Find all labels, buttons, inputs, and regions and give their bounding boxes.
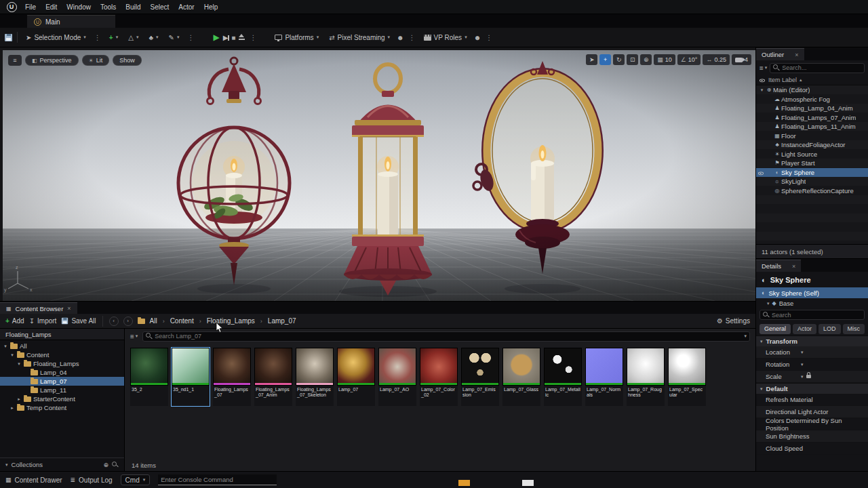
component-row-base[interactable]: ▾ ◆ Base (756, 298, 868, 308)
perspective-dropdown[interactable]: ◧ Perspective (25, 55, 79, 66)
details-category-tab[interactable]: Actor (793, 324, 816, 334)
asset-search-box[interactable]: ▾ (142, 331, 750, 342)
folder-tree-row[interactable]: ▸ StarterContent (0, 394, 124, 403)
folder-tree-row[interactable]: ▸ Temp Content (0, 403, 124, 412)
outliner-row[interactable]: ☁ Atmospheric Fog (756, 95, 868, 104)
menu-item[interactable]: Build (121, 2, 145, 12)
output-log-button[interactable]: ≣ Output Log (71, 476, 113, 484)
rotate-tool-button[interactable]: ↻ (613, 54, 625, 65)
pixel-streaming-dropdown[interactable]: ⇄ Pixel Streaming ▾ (326, 30, 393, 44)
expand-arrow-icon[interactable]: ▾ (16, 361, 22, 367)
vp-roles-dropdown[interactable]: VP Roles ▾ (420, 30, 471, 44)
camera-speed-control[interactable]: 4 (732, 54, 751, 65)
rotation-snap-control[interactable]: ∠ 10° (677, 54, 701, 65)
asset-tile[interactable]: Floating_Lamps_07_Anim (254, 348, 292, 406)
overflow-menu-icon[interactable]: ⋮ (186, 34, 195, 41)
scale-snap-control[interactable]: ↔ 0.25 (703, 54, 730, 65)
menu-item[interactable]: Tools (96, 2, 121, 12)
asset-search-input[interactable] (155, 333, 742, 340)
add-collection-icon[interactable]: ⊕ (103, 462, 108, 468)
menu-item[interactable]: Window (62, 2, 96, 12)
content-browser-tab[interactable]: ▦ Content Browser × (0, 302, 77, 314)
outliner-search-input[interactable] (782, 64, 861, 71)
search-icon[interactable] (112, 462, 119, 468)
scale-row[interactable]: Scale ▾ (756, 371, 868, 383)
folder-tree-row[interactable]: ▾ Floating_Lamps (0, 359, 124, 368)
property-row[interactable]: Colors Determined By Sun Position (756, 418, 868, 430)
menu-item[interactable]: Actor (174, 2, 199, 12)
lock-icon[interactable] (806, 375, 811, 378)
asset-tile[interactable]: 35_nd1_1 (172, 348, 210, 406)
folder-tree-row[interactable]: Lamp_04 (0, 368, 124, 377)
asset-tile[interactable]: Lamp_07_Emission (461, 348, 499, 406)
editor-modes-dropdown[interactable]: △ ▾ (125, 30, 142, 44)
expand-arrow-icon[interactable]: ▾ (9, 352, 15, 358)
expand-arrow-icon[interactable]: ▾ (3, 344, 8, 349)
user-avatar-icon[interactable]: ☻ (474, 34, 481, 41)
outliner-row[interactable]: ♣ InstancedFoliageActor (756, 140, 868, 150)
import-button[interactable]: ↧ Import (29, 317, 57, 325)
menu-item[interactable]: Select (146, 2, 174, 12)
view-mode-dropdown[interactable]: ☀ Lit (82, 55, 110, 66)
frame-skip-button[interactable]: ▶ (223, 34, 229, 41)
breadcrumb-item[interactable]: Content (170, 317, 194, 325)
eject-button[interactable] (239, 34, 245, 41)
menu-item[interactable]: File (20, 2, 41, 12)
back-button[interactable]: ‹ (109, 317, 119, 326)
save-all-button[interactable]: Save All (61, 317, 96, 325)
play-button[interactable]: ▶ (213, 33, 219, 42)
viewport-options-icon[interactable]: ≡ (8, 55, 22, 66)
settings-button[interactable]: ⚙ Settings (717, 317, 750, 325)
console-command-input[interactable] (158, 474, 277, 485)
asset-tile[interactable]: Lamp_07_Specular (668, 348, 706, 406)
select-tool-button[interactable]: ➤ (586, 54, 597, 65)
details-category-tab[interactable]: LOD (818, 324, 841, 334)
outliner-row[interactable]: ◎ SphereReflectionCapture (756, 186, 868, 196)
close-icon[interactable]: × (67, 305, 71, 312)
folder-tree-row[interactable]: ▾ All (0, 342, 124, 350)
outliner-row[interactable]: ♟ Floating_Lamps_11_Anim (756, 122, 868, 131)
outliner-column-header[interactable]: Item Label ▴ (756, 75, 868, 85)
tab-main[interactable]: U Main (27, 15, 115, 28)
details-search-box[interactable] (760, 310, 865, 320)
asset-tile[interactable]: Lamp_07_Color_02 (420, 348, 458, 406)
asset-tile[interactable]: Lamp_07_Normals (585, 348, 623, 406)
breadcrumb-item[interactable]: All (150, 317, 157, 325)
expand-arrow-icon[interactable]: ▸ (16, 396, 22, 402)
overflow-menu-icon[interactable]: ⋮ (484, 34, 494, 41)
property-row[interactable]: Refresh Material (756, 394, 868, 406)
platforms-dropdown[interactable]: Platforms ▾ (271, 30, 322, 44)
forward-button[interactable]: › (123, 317, 133, 326)
folder-tree-row[interactable]: Lamp_07 (0, 377, 124, 386)
selection-mode-dropdown[interactable]: ➤ Selection Mode ▾ (22, 30, 90, 44)
property-row[interactable]: Cloud Speed (756, 443, 868, 455)
asset-tile[interactable]: Floating_Lamps_07_Skeleton (296, 348, 334, 406)
save-icon[interactable] (5, 34, 12, 41)
outliner-row[interactable]: ⚑ Player Start (756, 159, 868, 168)
details-tab[interactable]: Details × (756, 260, 801, 272)
default-section-header[interactable]: ▾ Default (756, 383, 868, 394)
details-search-input[interactable] (772, 312, 861, 319)
close-icon[interactable]: × (792, 263, 795, 270)
outliner-row[interactable]: ▦ Floor (756, 131, 868, 141)
viewport-3d[interactable]: z x y ≡ ◧ Perspective (3, 50, 755, 301)
menu-item[interactable]: Edit (41, 2, 62, 12)
expand-arrow-icon[interactable]: ▸ (9, 405, 15, 411)
move-tool-button[interactable]: + (599, 54, 611, 65)
overflow-menu-icon[interactable]: ⋮ (408, 34, 417, 41)
outliner-row[interactable]: ☼ SkyLight (756, 177, 868, 186)
unreal-logo-icon[interactable]: U (3, 2, 20, 12)
collaborators-icon[interactable]: ☻ (397, 34, 404, 41)
breadcrumb-item[interactable]: Floating_Lamps (207, 317, 255, 325)
asset-tile[interactable]: Lamp_07_Roughness (627, 348, 665, 406)
visibility-eye-icon[interactable] (758, 170, 764, 176)
asset-tile[interactable]: Lamp_07_AO (378, 348, 416, 406)
outliner-row[interactable]: ♟ Floating_Lamp_04_Anim (756, 104, 868, 113)
outliner-row[interactable]: ▾ ⊕ Main (Editor) (756, 85, 868, 95)
menu-item[interactable]: Help (199, 2, 223, 12)
property-row[interactable]: Sun Brightness (756, 430, 868, 443)
component-row-self[interactable]: ◐ Sky Sphere (Self) (756, 287, 868, 298)
outliner-row[interactable]: ♟ Floating_Lamps_07_Anim (756, 113, 868, 123)
show-dropdown[interactable]: Show (113, 55, 142, 66)
asset-tile[interactable]: Lamp_07 (337, 348, 375, 406)
